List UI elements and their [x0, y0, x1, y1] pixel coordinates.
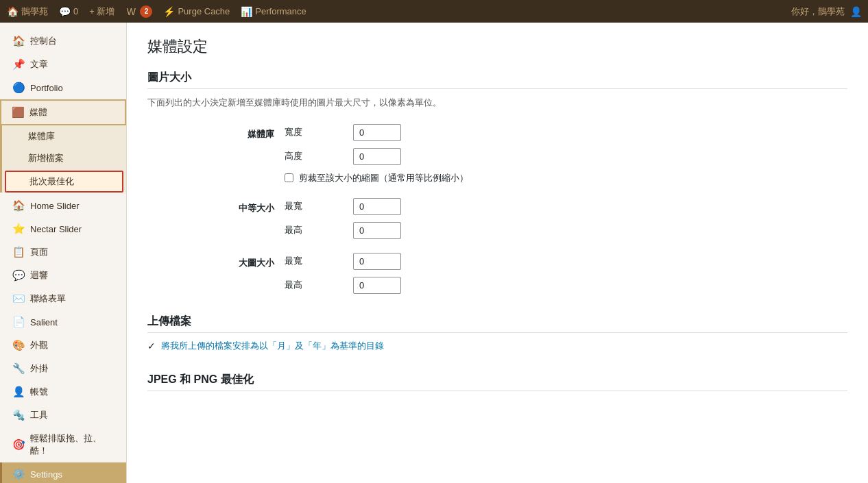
- jpeg-png-section: JPEG 和 PNG 最佳化: [147, 373, 847, 391]
- sidebar-item-nectar-slider[interactable]: ⭐ Nectar Slider: [0, 217, 126, 240]
- medium-maxheight-input[interactable]: [353, 222, 401, 239]
- sidebar-item-label: 聯絡表單: [30, 293, 66, 305]
- sidebar: 🏠 控制台 📌 文章 🔵 Portfolio 🟫 媒體 ◀ 媒體庫 新增檔案: [0, 23, 127, 483]
- thumbnail-label: 媒體庫: [147, 124, 285, 140]
- thumbnail-crop-row: 剪裁至該大小的縮圖（通常用等比例縮小）: [285, 172, 468, 184]
- site-home[interactable]: 🏠 鵲學苑: [7, 5, 48, 18]
- purge-cache-label: Purge Cache: [178, 6, 230, 16]
- sidebar-item-tools[interactable]: 🔩 工具: [0, 404, 126, 427]
- thumbnail-width-input[interactable]: [353, 124, 401, 141]
- thumbnail-width-row: 寬度: [285, 124, 468, 141]
- sidebar-item-label: Settings: [30, 469, 62, 480]
- upload-section-title: 上傳檔案: [147, 314, 847, 333]
- large-fields: 最寬 最高: [285, 253, 401, 294]
- thumbnail-fields: 寬度 高度 剪裁至該大小的縮圖（通常用等比例縮小）: [285, 124, 468, 184]
- wp-updates[interactable]: W 2: [125, 5, 152, 18]
- thumbnail-height-input[interactable]: [353, 148, 401, 165]
- thumbnail-width-label: 寬度: [285, 126, 339, 138]
- sidebar-item-home-slider[interactable]: 🏠 Home Slider: [0, 194, 126, 217]
- sidebar-item-label: Nectar Slider: [30, 224, 82, 234]
- sidebar-item-pages[interactable]: 📋 頁面: [0, 240, 126, 264]
- wp-badge: 2: [140, 5, 152, 18]
- page-title: 媒體設定: [147, 36, 847, 57]
- large-label: 大圖大小: [147, 253, 285, 269]
- sidebar-item-label: Salient: [30, 317, 58, 327]
- comments-nav-icon: 💬: [12, 269, 25, 282]
- large-maxwidth-input[interactable]: [353, 253, 401, 270]
- sidebar-item-label: 頁面: [30, 246, 48, 258]
- medium-maxwidth-label: 最寬: [285, 200, 339, 212]
- thumbnail-crop-label: 剪裁至該大小的縮圖（通常用等比例縮小）: [299, 172, 468, 184]
- home-icon: 🏠: [7, 6, 18, 17]
- settings-icon: ⚙️: [12, 468, 25, 480]
- large-maxheight-input[interactable]: [353, 277, 401, 294]
- main-content: 媒體設定 圖片大小 下面列出的大小決定新增至媒體庫時使用的圖片最大尺寸，以像素為…: [127, 23, 868, 483]
- sidebar-item-salient[interactable]: 📄 Salient: [0, 310, 126, 334]
- thumbnail-group: 媒體庫 寬度 高度 剪裁至該大小的縮圖（通常用等比例縮小）: [147, 124, 847, 184]
- medium-maxheight-row: 最高: [285, 222, 401, 239]
- sidebar-item-comments[interactable]: 💬 迴響: [0, 264, 126, 287]
- contact-icon: ✉️: [12, 293, 25, 305]
- sidebar-item-label: 外觀: [30, 339, 48, 351]
- large-maxwidth-row: 最寬: [285, 253, 401, 270]
- sidebar-item-label: 輕鬆排版拖、拉、酷！: [30, 432, 116, 457]
- comments-count: 0: [73, 6, 78, 16]
- layout: 🏠 控制台 📌 文章 🔵 Portfolio 🟫 媒體 ◀ 媒體庫 新增檔案: [0, 23, 868, 483]
- purge-icon: ⚡: [163, 6, 174, 17]
- performance-button[interactable]: 📊 Performance: [241, 6, 306, 17]
- image-size-section: 圖片大小 下面列出的大小決定新增至媒體庫時使用的圖片最大尺寸，以像素為單位。 媒…: [147, 71, 847, 294]
- sidebar-item-label: 媒體: [29, 106, 47, 119]
- thumbnail-crop-checkbox[interactable]: [285, 173, 293, 182]
- sidebar-item-label: 迴響: [30, 269, 48, 282]
- upload-organize-row: ✓ 將我所上傳的檔案安排為以「月」及「年」為基準的目錄: [147, 340, 847, 352]
- sidebar-item-settings[interactable]: ⚙️ Settings: [0, 462, 126, 483]
- sidebar-item-posts[interactable]: 📌 文章: [0, 53, 126, 76]
- performance-icon: 📊: [241, 6, 252, 17]
- admin-bar: 🏠 鵲學苑 💬 0 + 新增 W 2 ⚡ Purge Cache 📊 Perfo…: [0, 0, 868, 23]
- tools-icon: 🔩: [12, 409, 25, 421]
- site-name: 鵲學苑: [21, 5, 48, 18]
- medium-maxwidth-input[interactable]: [353, 198, 401, 215]
- sidebar-item-media[interactable]: 🟫 媒體 ◀: [0, 99, 126, 125]
- sidebar-item-label: 工具: [30, 409, 48, 421]
- sidebar-item-users[interactable]: 👤 帳號: [0, 380, 126, 404]
- salient-icon: 📄: [12, 316, 25, 328]
- performance-label: Performance: [255, 6, 306, 16]
- home-slider-icon: 🏠: [12, 199, 25, 212]
- purge-cache-button[interactable]: ⚡ Purge Cache: [163, 6, 230, 17]
- sidebar-item-contact[interactable]: ✉️ 聯絡表單: [0, 287, 126, 310]
- sidebar-item-appearance[interactable]: 🎨 外觀: [0, 334, 126, 357]
- posts-icon: 📌: [12, 58, 25, 71]
- nectar-slider-icon: ⭐: [12, 223, 25, 235]
- thumbnail-height-label: 高度: [285, 150, 339, 162]
- comments-icon: 💬: [59, 6, 70, 17]
- sidebar-item-label: 帳號: [30, 386, 48, 398]
- admin-bar-right: 你好，鵲學苑 👤: [791, 5, 861, 18]
- submenu-add-new[interactable]: 新增檔案: [2, 147, 126, 169]
- appearance-icon: 🎨: [12, 339, 25, 351]
- medium-maxheight-label: 最高: [285, 224, 339, 236]
- large-maxheight-label: 最高: [285, 279, 339, 291]
- sidebar-item-label: 控制台: [30, 35, 57, 47]
- submenu-bulk-optimize[interactable]: 批次最佳化: [5, 171, 123, 193]
- users-icon: 👤: [12, 386, 25, 398]
- medium-fields: 最寬 最高: [285, 198, 401, 239]
- greeting-text: 你好，鵲學苑: [791, 5, 845, 18]
- large-maxheight-row: 最高: [285, 277, 401, 294]
- upload-organize-label[interactable]: 將我所上傳的檔案安排為以「月」及「年」為基準的目錄: [161, 340, 384, 352]
- sidebar-item-plugins[interactable]: 🔧 外掛: [0, 357, 126, 380]
- sidebar-item-label: Home Slider: [30, 201, 80, 211]
- wp-icon: W: [125, 6, 136, 17]
- new-content[interactable]: + 新增: [89, 5, 114, 18]
- user-avatar[interactable]: 👤: [850, 6, 861, 17]
- drag-icon: 🎯: [12, 438, 25, 451]
- sidebar-item-portfolio[interactable]: 🔵 Portfolio: [0, 76, 126, 99]
- submenu-media-library[interactable]: 媒體庫: [2, 125, 126, 147]
- sidebar-item-dashboard[interactable]: 🏠 控制台: [0, 29, 126, 53]
- comments-link[interactable]: 💬 0: [59, 6, 78, 17]
- image-size-desc: 下面列出的大小決定新增至媒體庫時使用的圖片最大尺寸，以像素為單位。: [147, 96, 847, 110]
- sidebar-item-label: 外掛: [30, 362, 48, 375]
- media-icon: 🟫: [12, 106, 24, 119]
- sidebar-item-drag[interactable]: 🎯 輕鬆排版拖、拉、酷！: [0, 427, 126, 462]
- medium-group: 中等大小 最寬 最高: [147, 198, 847, 239]
